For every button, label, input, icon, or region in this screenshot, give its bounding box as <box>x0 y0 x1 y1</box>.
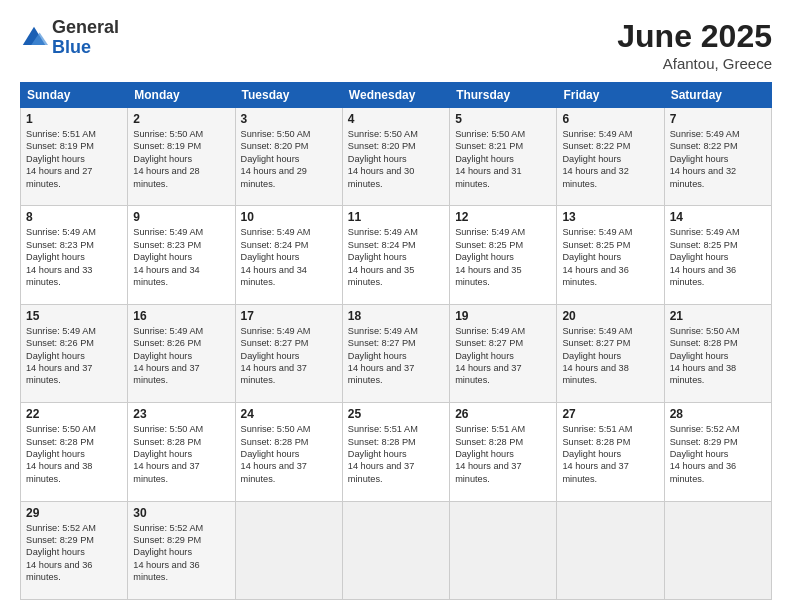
empty-cell <box>342 501 449 599</box>
table-row: 2Sunrise: 5:50 AMSunset: 8:19 PMDaylight… <box>128 108 235 206</box>
day-info: Sunrise: 5:50 AMSunset: 8:28 PMDaylight … <box>670 326 740 386</box>
table-row: 7Sunrise: 5:49 AMSunset: 8:22 PMDaylight… <box>664 108 771 206</box>
day-info: Sunrise: 5:49 AMSunset: 8:26 PMDaylight … <box>133 326 203 386</box>
logo-blue-text: Blue <box>52 38 119 58</box>
day-info: Sunrise: 5:49 AMSunset: 8:23 PMDaylight … <box>133 227 203 287</box>
day-info: Sunrise: 5:49 AMSunset: 8:27 PMDaylight … <box>348 326 418 386</box>
day-number: 2 <box>133 112 229 126</box>
table-row: 15Sunrise: 5:49 AMSunset: 8:26 PMDayligh… <box>21 304 128 402</box>
day-info: Sunrise: 5:52 AMSunset: 8:29 PMDaylight … <box>133 523 203 583</box>
title-block: June 2025 Afantou, Greece <box>617 18 772 72</box>
calendar-row: 15Sunrise: 5:49 AMSunset: 8:26 PMDayligh… <box>21 304 772 402</box>
empty-cell <box>557 501 664 599</box>
table-row: 14Sunrise: 5:49 AMSunset: 8:25 PMDayligh… <box>664 206 771 304</box>
col-monday: Monday <box>128 83 235 108</box>
day-info: Sunrise: 5:49 AMSunset: 8:25 PMDaylight … <box>670 227 740 287</box>
table-row: 8Sunrise: 5:49 AMSunset: 8:23 PMDaylight… <box>21 206 128 304</box>
day-info: Sunrise: 5:51 AMSunset: 8:19 PMDaylight … <box>26 129 96 189</box>
table-row: 19Sunrise: 5:49 AMSunset: 8:27 PMDayligh… <box>450 304 557 402</box>
calendar-row: 29Sunrise: 5:52 AMSunset: 8:29 PMDayligh… <box>21 501 772 599</box>
day-info: Sunrise: 5:49 AMSunset: 8:27 PMDaylight … <box>562 326 632 386</box>
day-info: Sunrise: 5:52 AMSunset: 8:29 PMDaylight … <box>670 424 740 484</box>
day-info: Sunrise: 5:51 AMSunset: 8:28 PMDaylight … <box>348 424 418 484</box>
table-row: 11Sunrise: 5:49 AMSunset: 8:24 PMDayligh… <box>342 206 449 304</box>
table-row: 30Sunrise: 5:52 AMSunset: 8:29 PMDayligh… <box>128 501 235 599</box>
day-info: Sunrise: 5:49 AMSunset: 8:27 PMDaylight … <box>241 326 311 386</box>
day-number: 17 <box>241 309 337 323</box>
table-row: 17Sunrise: 5:49 AMSunset: 8:27 PMDayligh… <box>235 304 342 402</box>
day-number: 10 <box>241 210 337 224</box>
table-row: 23Sunrise: 5:50 AMSunset: 8:28 PMDayligh… <box>128 403 235 501</box>
day-number: 26 <box>455 407 551 421</box>
day-info: Sunrise: 5:49 AMSunset: 8:22 PMDaylight … <box>562 129 632 189</box>
day-number: 25 <box>348 407 444 421</box>
day-number: 14 <box>670 210 766 224</box>
calendar-header: Sunday Monday Tuesday Wednesday Thursday… <box>21 83 772 108</box>
table-row: 20Sunrise: 5:49 AMSunset: 8:27 PMDayligh… <box>557 304 664 402</box>
day-info: Sunrise: 5:52 AMSunset: 8:29 PMDaylight … <box>26 523 96 583</box>
page: General Blue June 2025 Afantou, Greece S… <box>0 0 792 612</box>
day-info: Sunrise: 5:50 AMSunset: 8:28 PMDaylight … <box>241 424 311 484</box>
table-row: 9Sunrise: 5:49 AMSunset: 8:23 PMDaylight… <box>128 206 235 304</box>
day-number: 20 <box>562 309 658 323</box>
day-info: Sunrise: 5:49 AMSunset: 8:27 PMDaylight … <box>455 326 525 386</box>
header-row: Sunday Monday Tuesday Wednesday Thursday… <box>21 83 772 108</box>
day-number: 27 <box>562 407 658 421</box>
day-number: 4 <box>348 112 444 126</box>
day-number: 24 <box>241 407 337 421</box>
empty-cell <box>664 501 771 599</box>
table-row: 29Sunrise: 5:52 AMSunset: 8:29 PMDayligh… <box>21 501 128 599</box>
day-number: 29 <box>26 506 122 520</box>
day-number: 13 <box>562 210 658 224</box>
day-info: Sunrise: 5:49 AMSunset: 8:22 PMDaylight … <box>670 129 740 189</box>
day-info: Sunrise: 5:49 AMSunset: 8:24 PMDaylight … <box>348 227 418 287</box>
table-row: 13Sunrise: 5:49 AMSunset: 8:25 PMDayligh… <box>557 206 664 304</box>
col-friday: Friday <box>557 83 664 108</box>
table-row: 27Sunrise: 5:51 AMSunset: 8:28 PMDayligh… <box>557 403 664 501</box>
table-row: 18Sunrise: 5:49 AMSunset: 8:27 PMDayligh… <box>342 304 449 402</box>
logo-text: General Blue <box>52 18 119 58</box>
month-title: June 2025 <box>617 18 772 55</box>
day-number: 9 <box>133 210 229 224</box>
day-number: 21 <box>670 309 766 323</box>
day-number: 30 <box>133 506 229 520</box>
day-info: Sunrise: 5:50 AMSunset: 8:20 PMDaylight … <box>348 129 418 189</box>
day-info: Sunrise: 5:49 AMSunset: 8:25 PMDaylight … <box>562 227 632 287</box>
col-thursday: Thursday <box>450 83 557 108</box>
col-sunday: Sunday <box>21 83 128 108</box>
day-number: 18 <box>348 309 444 323</box>
col-tuesday: Tuesday <box>235 83 342 108</box>
day-number: 15 <box>26 309 122 323</box>
logo: General Blue <box>20 18 119 58</box>
day-number: 5 <box>455 112 551 126</box>
table-row: 6Sunrise: 5:49 AMSunset: 8:22 PMDaylight… <box>557 108 664 206</box>
day-info: Sunrise: 5:50 AMSunset: 8:20 PMDaylight … <box>241 129 311 189</box>
day-info: Sunrise: 5:50 AMSunset: 8:28 PMDaylight … <box>133 424 203 484</box>
day-number: 19 <box>455 309 551 323</box>
day-number: 3 <box>241 112 337 126</box>
table-row: 16Sunrise: 5:49 AMSunset: 8:26 PMDayligh… <box>128 304 235 402</box>
day-info: Sunrise: 5:49 AMSunset: 8:25 PMDaylight … <box>455 227 525 287</box>
table-row: 3Sunrise: 5:50 AMSunset: 8:20 PMDaylight… <box>235 108 342 206</box>
empty-cell <box>235 501 342 599</box>
logo-icon <box>20 24 48 52</box>
table-row: 4Sunrise: 5:50 AMSunset: 8:20 PMDaylight… <box>342 108 449 206</box>
day-info: Sunrise: 5:50 AMSunset: 8:21 PMDaylight … <box>455 129 525 189</box>
calendar-body: 1Sunrise: 5:51 AMSunset: 8:19 PMDaylight… <box>21 108 772 600</box>
empty-cell <box>450 501 557 599</box>
calendar-row: 8Sunrise: 5:49 AMSunset: 8:23 PMDaylight… <box>21 206 772 304</box>
col-saturday: Saturday <box>664 83 771 108</box>
day-info: Sunrise: 5:50 AMSunset: 8:19 PMDaylight … <box>133 129 203 189</box>
header: General Blue June 2025 Afantou, Greece <box>20 18 772 72</box>
logo-general-text: General <box>52 18 119 38</box>
table-row: 12Sunrise: 5:49 AMSunset: 8:25 PMDayligh… <box>450 206 557 304</box>
day-number: 6 <box>562 112 658 126</box>
table-row: 28Sunrise: 5:52 AMSunset: 8:29 PMDayligh… <box>664 403 771 501</box>
location: Afantou, Greece <box>617 55 772 72</box>
table-row: 10Sunrise: 5:49 AMSunset: 8:24 PMDayligh… <box>235 206 342 304</box>
table-row: 1Sunrise: 5:51 AMSunset: 8:19 PMDaylight… <box>21 108 128 206</box>
day-number: 11 <box>348 210 444 224</box>
day-number: 16 <box>133 309 229 323</box>
day-number: 12 <box>455 210 551 224</box>
col-wednesday: Wednesday <box>342 83 449 108</box>
